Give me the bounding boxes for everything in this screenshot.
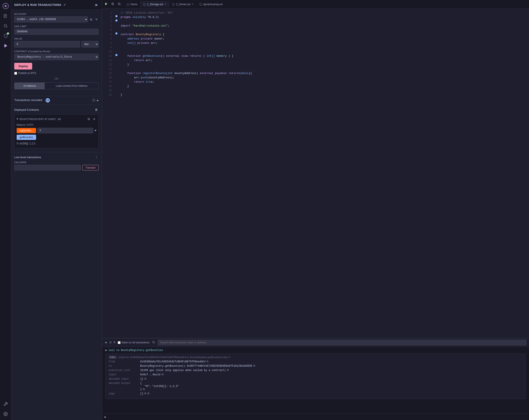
deploy-button[interactable]: Deploy — [14, 63, 32, 69]
register-bounty-input[interactable] — [37, 128, 93, 133]
code-line-10: 10 — [102, 50, 529, 54]
deployed-contracts-section: Deployed Contracts 🗑 ▼ BOUNTYREGISTERY A… — [11, 105, 102, 152]
tab-dynamicarray[interactable]: dynamicarray.sol — [197, 1, 225, 7]
code-line-15: 15 function registerBounty(int bountyAdd… — [102, 71, 529, 76]
register-fn-chevron-icon[interactable]: ▼ — [95, 129, 96, 132]
code-line-13: 13 } — [102, 63, 529, 67]
contract-item: ▼ BOUNTYREGISTERY AT 0X9D7...B5 ⧉ ✕ Bala… — [14, 115, 99, 148]
logo-icon[interactable] — [1, 2, 10, 10]
get-bounties-button[interactable]: getBounties — [17, 135, 36, 140]
copy-input-icon[interactable]: ⧉ — [162, 373, 163, 376]
code-line-11: 11 function getBounties() external view … — [102, 54, 529, 58]
load-contract-button[interactable]: Load contract from Address — [45, 83, 98, 89]
log-val-logs: [] ⧉ ⧉ — [140, 392, 522, 395]
low-level-title: Low level interactions — [14, 156, 41, 159]
code-line-17: 17 return true; — [102, 80, 529, 84]
calldata-input[interactable] — [14, 165, 81, 170]
tab-home[interactable]: Home — [124, 1, 140, 7]
contract-output: 0: int256[]: 1,2,3 — [17, 141, 96, 146]
copy-logs-icon-2[interactable]: ⧉ — [147, 392, 149, 395]
console-search-icon[interactable] — [152, 341, 155, 344]
code-line-5: 5 — [102, 28, 529, 32]
low-level-header: Low level interactions ⋮ — [14, 154, 99, 160]
code-line-20: 20 } — [102, 93, 529, 97]
log-val-to: BountyRegistery.getBounties() 0x9D7f74d0… — [140, 365, 522, 368]
transact-button[interactable]: Transact — [82, 165, 99, 170]
search-icon[interactable] — [1, 22, 10, 30]
log-key-from: from — [109, 360, 139, 363]
copy-logs-icon-1[interactable]: ⧉ — [145, 392, 146, 395]
listen-checkbox[interactable] — [118, 341, 120, 344]
edit-account-button[interactable]: ✎ — [94, 17, 99, 22]
value-input[interactable] — [14, 41, 80, 48]
plugin-icon[interactable] — [1, 32, 10, 40]
transactions-title: Transactions recorded — [14, 98, 42, 102]
tab-owner[interactable]: 2_Owner.sol ✕ — [170, 1, 196, 7]
console-collapse-icon[interactable]: ▼ — [105, 341, 107, 344]
console-search-input[interactable] — [158, 340, 526, 345]
close-tab-storage[interactable]: ✕ — [164, 3, 166, 6]
contract-chevron-icon[interactable]: ▼ — [17, 118, 18, 121]
console-footer-chevron-icon[interactable]: ▶ — [105, 415, 106, 419]
zoom-in-icon[interactable] — [110, 1, 115, 7]
log-key-to: to — [109, 365, 139, 368]
contract-label: CONTRACT (Compiled by Remix) — [14, 50, 99, 53]
panel-header: DEPLOY & RUN TRANSACTIONS ✓ ▶ — [11, 0, 102, 10]
close-contract-button[interactable]: ✕ — [92, 116, 96, 122]
log-key-execution-cost: execution cost — [109, 369, 139, 372]
run-icon[interactable] — [104, 1, 109, 7]
settings-icon[interactable] — [1, 410, 10, 418]
breakpoint-dot-3[interactable] — [115, 19, 118, 22]
log-row-logs: logs [] ⧉ ⧉ — [109, 392, 522, 395]
register-bounty-button[interactable]: registerBo... — [17, 128, 36, 133]
console-clock-icon[interactable]: ⏱ — [109, 341, 112, 344]
copy-execution-cost-icon[interactable]: ⧉ — [227, 369, 229, 371]
at-address-button[interactable]: At Address — [14, 83, 45, 89]
deployed-contracts-title: Deployed Contracts — [14, 108, 39, 111]
close-tab-owner[interactable]: ✕ — [192, 3, 194, 6]
left-panel: DEPLOY & RUN TRANSACTIONS ✓ ▶ ACCOUNT 0x… — [11, 0, 102, 420]
account-select[interactable]: 0x5B3...eddC4 (99.9999999 — [14, 16, 88, 23]
code-line-7: 7 address private owner; — [102, 37, 529, 41]
delete-contracts-button[interactable]: 🗑 — [94, 107, 99, 112]
copy-to-icon[interactable]: ⧉ — [253, 365, 255, 367]
tab-storage[interactable]: 1_Storage.sol ✕ — [140, 1, 169, 7]
publish-ipfs-checkbox[interactable] — [14, 72, 17, 75]
value-label: VALUE — [14, 37, 99, 40]
log-val-decoded-output: { "0": "int256[]: 1,2,3" } ⧉ — [140, 382, 522, 391]
breakpoint-dot-11[interactable] — [115, 54, 118, 56]
info-icon[interactable]: ⓘ — [92, 98, 95, 102]
log-key-decoded-input: decoded input — [109, 378, 139, 381]
contract-select[interactable]: BountyRegistery - contracts/1_Stora — [14, 54, 99, 60]
console-info-line: ▶ call to BountyRegistery.getBounties — [106, 349, 526, 352]
console-footer: ▶ — [102, 414, 529, 420]
transactions-chevron-icon[interactable]: ▶ — [97, 99, 99, 102]
expand-panel-button[interactable]: ▶ — [95, 2, 99, 7]
files-icon[interactable] — [1, 12, 10, 20]
tools-icon[interactable] — [1, 400, 10, 408]
gas-limit-input[interactable] — [14, 29, 99, 35]
breakpoint-dot-6[interactable] — [115, 32, 118, 35]
log-entry: CALL [call] from: 0x5B38Da6a701c568545dC… — [106, 354, 526, 399]
deploy-run-icon[interactable] — [1, 41, 10, 50]
code-line-1: 1 // SPDX-License-Identifier: MIT — [102, 11, 529, 15]
contract-item-header: ▼ BOUNTYREGISTERY AT 0X9D7...B5 ⧉ ✕ — [14, 115, 98, 124]
tab-bar-icons — [104, 1, 122, 7]
transactions-section-header[interactable]: Transactions recorded 11 ⓘ ▶ — [11, 96, 102, 105]
breakpoint-dot-2[interactable] — [115, 15, 118, 17]
copy-account-button[interactable]: ⧉ — [89, 17, 93, 22]
publish-row: Publish to IPFS — [14, 72, 99, 75]
fn-row-get-bounties: getBounties — [17, 135, 96, 140]
log-row-decoded-input: decoded input {} ⧉ — [109, 378, 522, 381]
copy-decoded-output-icon[interactable]: ⧉ — [143, 388, 145, 391]
console-body: ▶ call to BountyRegistery.getBounties CA… — [102, 347, 529, 414]
zoom-out-icon[interactable] — [117, 1, 122, 7]
tab-bar: Home 1_Storage.sol ✕ 2_Owner.sol ✕ dynam… — [102, 0, 529, 9]
copy-decoded-input-icon[interactable]: ⧉ — [145, 378, 146, 380]
copy-contract-button[interactable]: ⧉ — [87, 116, 91, 122]
value-unit-select[interactable]: Wei Gwei Finney Ether — [81, 41, 99, 48]
copy-from-icon[interactable]: ⧉ — [207, 360, 209, 363]
call-badge: CALL — [109, 356, 117, 359]
code-line-4: 4 import "hardhat/console.sol"; — [102, 24, 529, 28]
low-level-options-button[interactable]: ⋮ — [94, 154, 99, 160]
